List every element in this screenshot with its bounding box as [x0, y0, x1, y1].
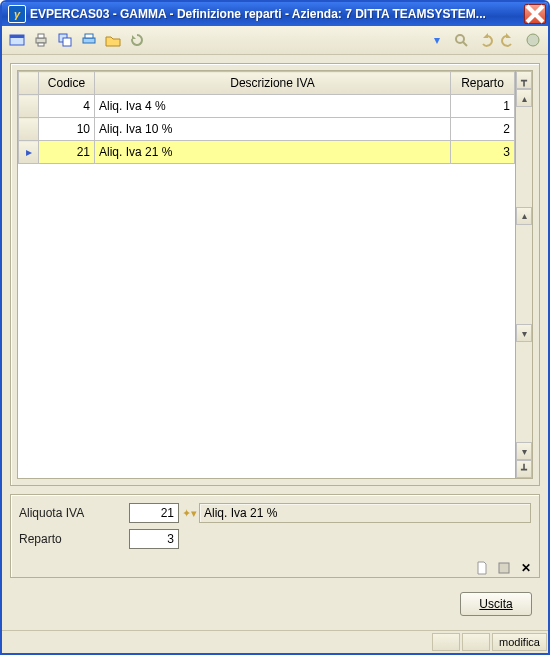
redo-icon[interactable]	[500, 31, 518, 49]
search-icon[interactable]	[452, 31, 470, 49]
folder-icon[interactable]	[104, 31, 122, 49]
grid: Codice Descrizione IVA Reparto 4Aliq. Iv…	[17, 70, 533, 479]
row-indicator-icon: ▸	[19, 141, 39, 164]
scroll-up-icon[interactable]: ▴	[516, 89, 532, 107]
status-mode: modifica	[492, 633, 547, 651]
svg-point-9	[456, 35, 464, 43]
cell-codice[interactable]: 10	[39, 118, 95, 141]
grid-table[interactable]: Codice Descrizione IVA Reparto 4Aliq. Iv…	[18, 71, 515, 164]
close-button[interactable]	[524, 4, 546, 24]
table-row[interactable]: 4Aliq. Iva 4 %1	[19, 95, 515, 118]
row-indicator-icon	[19, 118, 39, 141]
grid-header-indicator[interactable]	[19, 72, 39, 95]
grid-scrollbar[interactable]: ┳ ▴ ▴ ▾ ▾ ┻	[515, 71, 532, 478]
reparto-input[interactable]	[129, 529, 179, 549]
cell-reparto[interactable]: 1	[451, 95, 515, 118]
refresh-icon[interactable]	[128, 31, 146, 49]
print-direct-icon[interactable]	[80, 31, 98, 49]
svg-point-11	[527, 34, 539, 46]
delete-icon[interactable]: ✕	[519, 561, 533, 575]
uscita-button[interactable]: Uscita	[460, 592, 532, 616]
svg-rect-12	[499, 563, 509, 573]
svg-rect-3	[38, 34, 44, 38]
titlebar: γ EVPERCAS03 - GAMMA - Definizione repar…	[2, 2, 548, 26]
new-icon[interactable]	[475, 561, 489, 575]
app-icon: γ	[8, 5, 26, 23]
toolbar: ▾	[2, 26, 548, 55]
scroll-top-icon[interactable]: ┳	[516, 71, 532, 89]
grid-empty-area	[18, 164, 515, 478]
lookup-icon[interactable]: ✦▾	[179, 507, 199, 520]
table-row[interactable]: ▸21Aliq. Iva 21 %3	[19, 141, 515, 164]
cell-reparto[interactable]: 3	[451, 141, 515, 164]
cell-codice[interactable]: 4	[39, 95, 95, 118]
scroll-down-icon[interactable]: ▾	[516, 442, 532, 460]
svg-rect-4	[38, 43, 44, 46]
window-title: EVPERCAS03 - GAMMA - Definizione reparti…	[30, 7, 522, 21]
window-icon[interactable]	[8, 31, 26, 49]
help-icon[interactable]	[524, 31, 542, 49]
settings-icon[interactable]	[56, 31, 74, 49]
aliquota-label: Aliquota IVA	[19, 506, 129, 520]
cell-codice[interactable]: 21	[39, 141, 95, 164]
form-actions: ✕	[11, 557, 539, 577]
aliquota-display: Aliq. Iva 21 %	[199, 503, 531, 523]
statusbar: modifica	[2, 630, 548, 653]
cell-reparto[interactable]: 2	[451, 118, 515, 141]
cell-descrizione[interactable]: Aliq. Iva 10 %	[95, 118, 451, 141]
edit-icon[interactable]	[497, 561, 511, 575]
svg-rect-1	[10, 35, 24, 38]
undo-icon[interactable]	[476, 31, 494, 49]
app-window: γ EVPERCAS03 - GAMMA - Definizione repar…	[0, 0, 550, 655]
cell-descrizione[interactable]: Aliq. Iva 4 %	[95, 95, 451, 118]
grid-panel: Codice Descrizione IVA Reparto 4Aliq. Iv…	[10, 63, 540, 486]
reparto-label: Reparto	[19, 532, 129, 546]
svg-rect-6	[63, 38, 71, 46]
dropdown-icon[interactable]: ▾	[428, 31, 446, 49]
status-cell-1	[432, 633, 460, 651]
scroll-pagedown-icon[interactable]: ▾	[516, 324, 532, 342]
form-panel: Aliquota IVA ✦▾ Aliq. Iva 21 % Reparto ✕	[10, 494, 540, 578]
grid-header-codice[interactable]: Codice	[39, 72, 95, 95]
cell-descrizione[interactable]: Aliq. Iva 21 %	[95, 141, 451, 164]
grid-header-reparto[interactable]: Reparto	[451, 72, 515, 95]
table-row[interactable]: 10Aliq. Iva 10 %2	[19, 118, 515, 141]
svg-rect-7	[83, 38, 95, 43]
grid-header-row: Codice Descrizione IVA Reparto	[19, 72, 515, 95]
grid-header-descrizione[interactable]: Descrizione IVA	[95, 72, 451, 95]
svg-rect-8	[85, 34, 93, 38]
scroll-bottom-icon[interactable]: ┻	[516, 460, 532, 478]
client-area: Codice Descrizione IVA Reparto 4Aliq. Iv…	[2, 55, 548, 630]
svg-line-10	[463, 42, 467, 46]
bottombar: Uscita	[10, 586, 540, 622]
status-cell-2	[462, 633, 490, 651]
print-icon[interactable]	[32, 31, 50, 49]
svg-rect-2	[36, 38, 46, 43]
aliquota-input[interactable]	[129, 503, 179, 523]
row-indicator-icon	[19, 95, 39, 118]
scroll-pageup-icon[interactable]: ▴	[516, 207, 532, 225]
